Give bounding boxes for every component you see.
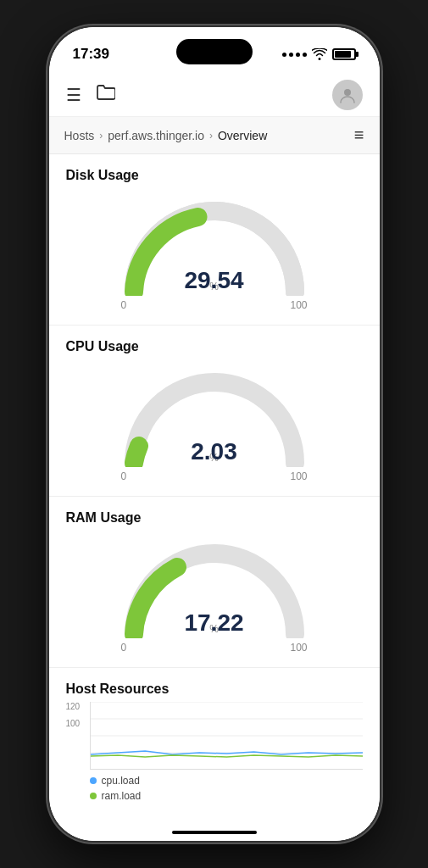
nav-left: ☰: [66, 84, 115, 105]
status-time: 17:39: [73, 46, 109, 63]
ram-max: 100: [290, 642, 307, 654]
ram-usage-title: RAM Usage: [66, 510, 363, 526]
chart-legend: cpu.load ram.load: [90, 775, 363, 802]
breadcrumb-page: Overview: [218, 129, 267, 142]
breadcrumb-sep-2: ›: [209, 130, 213, 142]
ram-labels: 0 100: [121, 642, 308, 654]
disk-usage-section: Disk Usage 29.54 %: [49, 154, 380, 326]
ram-value: 17.22: [184, 611, 243, 635]
disk-gauge-container: 29.54 % 0 100: [66, 190, 363, 311]
breadcrumb-bar: Hosts › perf.aws.thinger.io › Overview ≡: [49, 117, 380, 154]
cpu-min: 0: [121, 470, 127, 482]
cpu-gauge: 2.03 %: [121, 370, 308, 467]
disk-value: 29.54: [184, 269, 243, 292]
menu-icon[interactable]: ☰: [66, 85, 81, 105]
cpu-labels: 0 100: [121, 470, 308, 482]
host-resources-section: Host Resources 120 100: [49, 668, 380, 810]
legend-ram-dot: [90, 793, 97, 799]
ram-gauge-container: 17.22 % 0 100: [66, 532, 363, 654]
legend-cpu-dot: [90, 777, 97, 784]
svg-point-0: [344, 89, 351, 96]
ram-min: 0: [121, 642, 127, 654]
breadcrumb-sep-1: ›: [99, 130, 103, 142]
legend-ram: ram.load: [90, 790, 363, 802]
legend-ram-label: ram.load: [102, 790, 142, 802]
disk-usage-title: Disk Usage: [66, 168, 363, 183]
breadcrumb-host[interactable]: perf.aws.thinger.io: [108, 129, 204, 142]
cpu-usage-section: CPU Usage 2.03 % 0: [49, 326, 380, 497]
wifi-icon: [312, 48, 327, 60]
top-nav: ☰: [49, 73, 380, 117]
chart-y-100: 100: [66, 719, 81, 728]
legend-cpu: cpu.load: [90, 775, 363, 787]
cpu-usage-title: CPU Usage: [66, 339, 363, 354]
ram-gauge: 17.22 %: [121, 541, 308, 638]
chart-y-120: 120: [66, 702, 81, 711]
breadcrumb-menu-icon[interactable]: ≡: [354, 125, 364, 145]
breadcrumb-hosts[interactable]: Hosts: [64, 129, 95, 142]
disk-min: 0: [121, 299, 127, 311]
ram-usage-section: RAM Usage 17.22 % 0: [49, 497, 380, 668]
home-indicator: [172, 831, 257, 834]
disk-max: 100: [290, 299, 307, 311]
legend-cpu-label: cpu.load: [102, 775, 140, 787]
disk-gauge: 29.54 %: [121, 198, 308, 296]
cpu-value: 2.03: [191, 440, 237, 464]
dynamic-island: [176, 39, 253, 64]
disk-labels: 0 100: [121, 299, 308, 311]
status-icons: [282, 48, 356, 60]
battery-icon: [332, 48, 356, 60]
signal-icon: [282, 53, 307, 57]
host-resources-title: Host Resources: [66, 682, 363, 697]
content-area: Disk Usage 29.54 %: [49, 154, 380, 841]
cpu-max: 100: [290, 470, 307, 482]
folder-icon[interactable]: [97, 84, 115, 105]
avatar[interactable]: [332, 80, 363, 110]
chart-area: [90, 702, 363, 770]
cpu-gauge-container: 2.03 % 0 100: [66, 361, 363, 482]
breadcrumb: Hosts › perf.aws.thinger.io › Overview: [64, 129, 268, 142]
